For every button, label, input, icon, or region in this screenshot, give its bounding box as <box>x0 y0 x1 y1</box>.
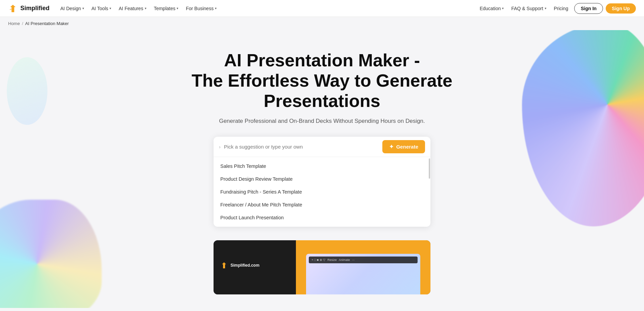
nav-item-for-business[interactable]: For Business▾ <box>182 4 220 13</box>
hero-title-line3: Presentations <box>264 91 380 111</box>
logo-icon <box>8 4 18 13</box>
generate-label: Generate <box>396 144 418 150</box>
preview-logo-text: Simplified.com <box>230 263 259 268</box>
nav-right-item-pricing[interactable]: Pricing <box>550 4 572 13</box>
breadcrumb-separator: / <box>22 21 23 26</box>
preview-right-panel: + □ ■ ⊕ ▽ Resize Animate ··· <box>296 240 430 294</box>
search-input[interactable] <box>224 144 382 150</box>
blob-left-mid <box>7 57 47 125</box>
chevron-down-icon: ▾ <box>215 6 217 10</box>
suggestion-list: Sales Pitch TemplateProduct Design Revie… <box>214 157 430 227</box>
navbar-left: Simplified AI Design▾AI Tools▾AI Feature… <box>8 4 220 13</box>
nav-item-ai-design[interactable]: AI Design▾ <box>57 4 87 13</box>
nav-item-ai-features[interactable]: AI Features▾ <box>115 4 149 13</box>
chevron-down-icon: ▾ <box>82 6 84 10</box>
hero-title-line1: AI Presentation Maker - <box>224 50 420 70</box>
breadcrumb: Home / AI Presentation Maker <box>0 17 644 30</box>
chevron-down-icon: ▾ <box>545 6 546 10</box>
signin-button[interactable]: Sign In <box>574 3 603 14</box>
preview-toolbar-more: ··· <box>352 258 355 262</box>
nav-item-ai-tools[interactable]: AI Tools▾ <box>88 4 115 13</box>
search-row: › ✦ Generate <box>214 137 430 157</box>
navbar-right: Education▾FAQ & Support▾Pricing Sign In … <box>476 3 636 14</box>
suggestion-item-3[interactable]: Freelancer / About Me Pitch Template <box>214 198 430 211</box>
suggestion-item-0[interactable]: Sales Pitch Template <box>214 160 430 173</box>
preview-logo-icon <box>220 262 228 269</box>
search-container: › ✦ Generate Sales Pitch TemplateProduct… <box>214 137 430 227</box>
preview-mock: Simplified.com + □ ■ ⊕ ▽ Resize Animate … <box>214 240 430 294</box>
scrollbar-track[interactable] <box>428 157 430 227</box>
preview-toolbar: + □ ■ ⊕ ▽ Resize Animate ··· <box>309 257 418 263</box>
hero-subtitle: Generate Professional and On-Brand Decks… <box>169 118 475 125</box>
logo[interactable]: Simplified <box>8 4 49 13</box>
hero-title-line2: The Effortless Way to Generate <box>192 71 452 90</box>
nav-right-item-education[interactable]: Education▾ <box>476 4 507 13</box>
chevron-down-icon: ▾ <box>177 6 178 10</box>
blob-left-bottom <box>0 200 102 308</box>
signup-button[interactable]: Sign Up <box>606 3 636 14</box>
logo-text: Simplified <box>20 5 49 12</box>
search-chevron-icon: › <box>219 144 221 150</box>
chevron-down-icon: ▾ <box>145 6 146 10</box>
preview-inner-card: + □ ■ ⊕ ▽ Resize Animate ··· <box>306 254 420 294</box>
preview-toolbar-actions: + □ ■ ⊕ ▽ <box>311 258 325 262</box>
preview-logo-area: Simplified.com <box>220 262 289 269</box>
chevron-down-icon: ▾ <box>502 6 504 10</box>
preview-toolbar-animate: Animate <box>339 258 350 262</box>
preview-toolbar-resize: Resize <box>327 258 337 262</box>
nav-right-items: Education▾FAQ & Support▾Pricing <box>476 4 571 13</box>
suggestion-item-1[interactable]: Product Design Review Template <box>214 173 430 185</box>
hero-title: AI Presentation Maker - The Effortless W… <box>169 50 475 111</box>
hero-section: AI Presentation Maker - The Effortless W… <box>0 30 644 308</box>
navbar: Simplified AI Design▾AI Tools▾AI Feature… <box>0 0 644 17</box>
nav-item-templates[interactable]: Templates▾ <box>150 4 182 13</box>
chevron-down-icon: ▾ <box>109 6 111 10</box>
sparkle-icon: ✦ <box>389 143 394 150</box>
breadcrumb-home[interactable]: Home <box>8 21 20 26</box>
hero-content: AI Presentation Maker - The Effortless W… <box>169 50 475 294</box>
breadcrumb-current: AI Presentation Maker <box>25 21 69 26</box>
generate-button[interactable]: ✦ Generate <box>382 140 425 153</box>
preview-area: Simplified.com + □ ■ ⊕ ▽ Resize Animate … <box>214 240 430 294</box>
blob-right <box>522 30 644 226</box>
suggestion-item-2[interactable]: Fundraising Pitch - Series A Template <box>214 185 430 198</box>
preview-left-panel: Simplified.com <box>214 240 296 294</box>
suggestion-item-4[interactable]: Product Launch Presentation <box>214 211 430 224</box>
nav-items: AI Design▾AI Tools▾AI Features▾Templates… <box>57 4 220 13</box>
nav-right-item-faq-support[interactable]: FAQ & Support▾ <box>508 4 549 13</box>
scrollbar-thumb <box>429 158 430 179</box>
